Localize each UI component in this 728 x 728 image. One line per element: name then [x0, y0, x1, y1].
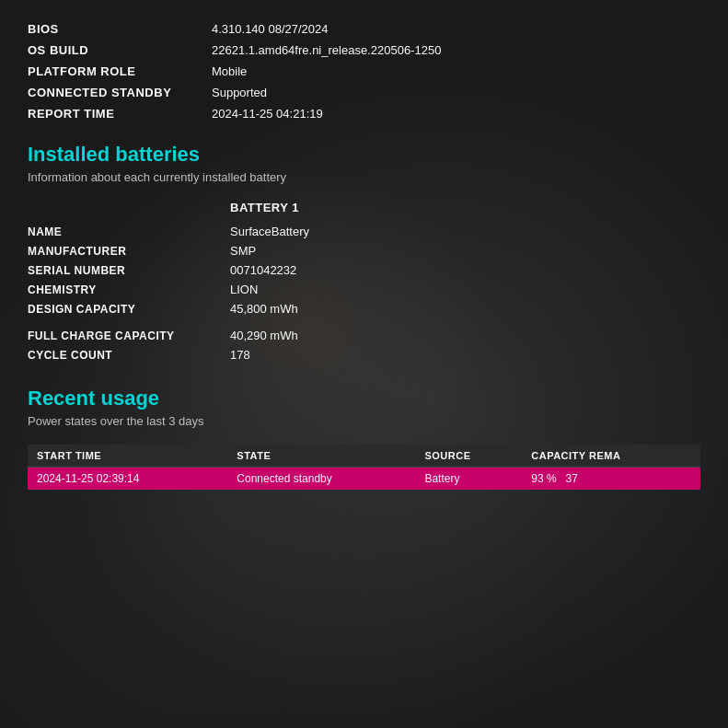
battery-manufacturer-row: MANUFACTURER SMP	[28, 241, 700, 260]
col-capacity: CAPACITY REMA	[522, 445, 700, 468]
recent-usage-subtitle: Power states over the last 3 days	[28, 414, 700, 428]
connected-standby-label: CONNECTED STANDBY	[28, 86, 212, 99]
connected-standby-value: Supported	[212, 86, 267, 99]
battery-serial-row: SERIAL NUMBER 0071042232	[28, 260, 700, 280]
os-build-row: OS BUILD 22621.1.amd64fre.ni_release.220…	[28, 40, 700, 61]
cell-state: Connected standby	[227, 468, 415, 491]
battery-name-row: NAME SurfaceBattery	[28, 222, 700, 241]
bios-row: BIOS 4.310.140 08/27/2024	[28, 18, 700, 40]
battery-design-capacity-row: DESIGN CAPACITY 45,800 mWh	[28, 299, 700, 318]
os-build-value: 22621.1.amd64fre.ni_release.220506-1250	[212, 43, 441, 57]
col-source: SOURCE	[415, 445, 522, 468]
battery-column-header: BATTERY 1	[28, 201, 700, 214]
bios-label: BIOS	[28, 22, 212, 36]
battery-name-value: SurfaceBattery	[230, 225, 309, 238]
cell-start-time: 2024-11-25 02:39:14	[28, 468, 227, 491]
battery-serial-value: 0071042232	[230, 263, 296, 277]
system-info-section: BIOS 4.310.140 08/27/2024 OS BUILD 22621…	[28, 18, 700, 124]
installed-batteries-subtitle: Information about each currently install…	[28, 170, 700, 184]
battery-chemistry-value: LION	[230, 283, 258, 296]
report-time-label: REPORT TIME	[28, 107, 212, 121]
report-time-row: REPORT TIME 2024-11-25 04:21:19	[28, 103, 700, 124]
battery-name-label: NAME	[28, 225, 230, 238]
cell-capacity: 93 % 37	[522, 468, 700, 491]
battery-design-capacity-label: DESIGN CAPACITY	[28, 303, 230, 316]
battery-full-charge-label: FULL CHARGE CAPACITY	[28, 329, 230, 342]
battery-manufacturer-label: MANUFACTURER	[28, 245, 230, 258]
cell-source: Battery	[415, 468, 522, 491]
col-state: STATE	[227, 445, 415, 468]
battery-cycle-count-value: 178	[230, 348, 250, 362]
battery-manufacturer-value: SMP	[230, 244, 256, 258]
installed-batteries-title: Installed batteries	[28, 143, 700, 167]
connected-standby-row: CONNECTED STANDBY Supported	[28, 82, 700, 103]
table-header-row: START TIME STATE SOURCE CAPACITY REMA	[28, 445, 700, 468]
battery-serial-label: SERIAL NUMBER	[28, 264, 230, 277]
battery-chemistry-row: CHEMISTRY LION	[28, 280, 700, 299]
os-build-label: OS BUILD	[28, 43, 212, 57]
battery-full-charge-value: 40,290 mWh	[230, 329, 298, 342]
report-time-value: 2024-11-25 04:21:19	[212, 107, 323, 121]
usage-table: START TIME STATE SOURCE CAPACITY REMA 20…	[28, 445, 700, 490]
bios-value: 4.310.140 08/27/2024	[212, 22, 329, 36]
recent-usage-section: Recent usage Power states over the last …	[28, 387, 700, 490]
platform-role-label: PLATFORM ROLE	[28, 64, 212, 78]
battery-full-charge-row: FULL CHARGE CAPACITY 40,290 mWh	[28, 326, 700, 345]
col-start-time: START TIME	[28, 445, 227, 468]
battery-cycle-count-row: CYCLE COUNT 178	[28, 345, 700, 364]
battery-column-name: BATTERY 1	[230, 201, 299, 214]
installed-batteries-section: Installed batteries Information about ea…	[28, 143, 700, 364]
battery-cycle-count-label: CYCLE COUNT	[28, 349, 230, 362]
battery-chemistry-label: CHEMISTRY	[28, 283, 230, 296]
recent-usage-title: Recent usage	[28, 387, 700, 410]
table-row: 2024-11-25 02:39:14 Connected standby Ba…	[28, 468, 700, 491]
page-container: BIOS 4.310.140 08/27/2024 OS BUILD 22621…	[0, 0, 728, 508]
platform-role-row: PLATFORM ROLE Mobile	[28, 61, 700, 82]
platform-role-value: Mobile	[212, 64, 247, 78]
battery-design-capacity-value: 45,800 mWh	[230, 302, 298, 316]
